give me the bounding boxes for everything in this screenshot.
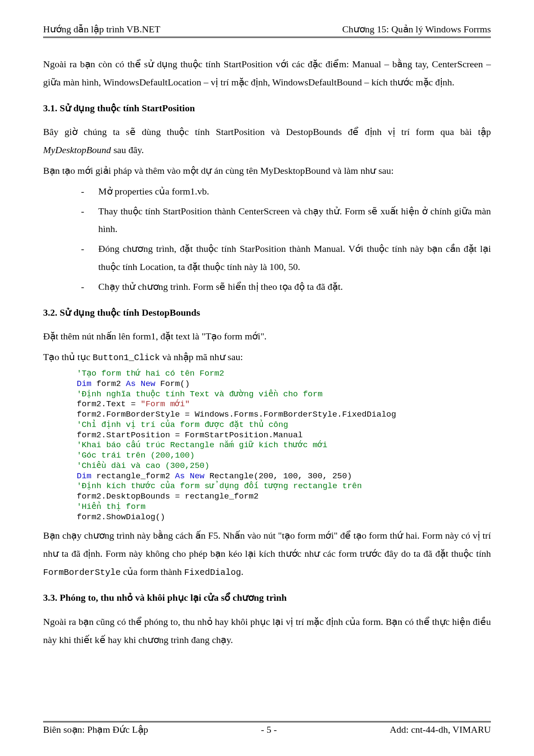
- text: Bạn chạy chương trình này bằng cách ấn F…: [43, 530, 491, 559]
- paragraph-3-1-a: Bây giờ chúng ta sẽ dùng thuộc tính Star…: [43, 123, 491, 159]
- heading-3-3: 3.3. Phóng to, thu nhỏ và khôi phục lại …: [43, 589, 491, 607]
- bullet-list: Mở properties của form1.vb. Thay thuộc t…: [43, 182, 491, 296]
- code-text: form2.StartPosition = FormStartPosition.…: [77, 430, 303, 440]
- text: Bây giờ chúng ta sẽ dùng thuộc tính Star…: [43, 126, 491, 137]
- inline-code: FormBorderStyle: [43, 568, 121, 577]
- text: của form thành: [121, 566, 184, 577]
- code-string: "Form mới": [141, 399, 190, 409]
- code-keyword: As New: [126, 379, 155, 389]
- list-item: Chạy thử chương trình. Form sẽ hiển thị …: [64, 278, 491, 296]
- code-keyword: As New: [175, 471, 204, 481]
- paragraph-3-3-a: Ngoài ra bạn cũng có thể phóng to, thu n…: [43, 613, 491, 649]
- code-comment: 'Định nghĩa thuộc tính Text và đường viề…: [77, 389, 322, 399]
- code-text: form2.ShowDialog(): [77, 512, 165, 522]
- code-comment: 'Góc trái trên (200,100): [77, 451, 195, 460]
- text: sau đây.: [111, 144, 144, 155]
- heading-3-2: 3.2. Sử dụng thuộc tính DestopBounds: [43, 304, 491, 322]
- paragraph-intro: Ngoài ra bạn còn có thể sử dụng thuộc tí…: [43, 55, 491, 91]
- page: Hướng dẫn lập trình VB.NET Chương 15: Qu…: [0, 0, 534, 756]
- text: và nhập mã như sau:: [160, 351, 243, 362]
- code-text: form2.Text =: [77, 399, 141, 409]
- code-text: form2.DesktopBounds = rectangle_form2: [77, 492, 259, 501]
- code-comment: 'Khai báo cấu trúc Rectangle nắm giữ kíc…: [77, 440, 328, 450]
- code-comment: 'Chỉ định vị trí của form được đặt thủ c…: [77, 420, 288, 430]
- list-item: Đóng chương trình, đặt thuộc tính StarPo…: [64, 240, 491, 276]
- footer-right: Add: cnt-44-dh, VIMARU: [390, 724, 491, 735]
- code-text: Form(): [155, 379, 190, 389]
- page-footer: Biên soạn: Phạm Đức Lập - 5 - Add: cnt-4…: [43, 721, 491, 735]
- text: .: [241, 566, 244, 577]
- code-keyword: Dim: [77, 471, 91, 481]
- code-text: rectangle_form2: [91, 471, 175, 481]
- code-comment: 'Hiển thị form: [77, 502, 146, 511]
- code-keyword: Dim: [77, 379, 91, 389]
- page-body: Ngoài ra bạn còn có thể sử dụng thuộc tí…: [43, 55, 491, 649]
- paragraph-3-2-b: Tạo thủ tục Button1_Click và nhập mã như…: [43, 348, 491, 366]
- inline-code: Button1_Click: [93, 353, 160, 363]
- heading-3-1: 3.1. Sử dụng thuộc tính StartPosition: [43, 99, 491, 117]
- code-text: form2: [91, 379, 126, 389]
- page-header: Hướng dẫn lập trình VB.NET Chương 15: Qu…: [43, 24, 491, 38]
- header-right: Chương 15: Quản lý Windows Forrms: [342, 24, 491, 35]
- footer-left: Biên soạn: Phạm Đức Lập: [43, 724, 148, 735]
- paragraph-3-2-c: Bạn chạy chương trình này bằng cách ấn F…: [43, 527, 491, 581]
- paragraph-3-2-a: Đặt thêm nút nhấn lên form1, đặt text là…: [43, 327, 491, 345]
- inline-code: FixedDialog: [184, 568, 241, 577]
- code-text: Rectangle(200, 100, 300, 250): [204, 471, 352, 481]
- code-comment: 'Định kích thước của form sử dụng đối tư…: [77, 481, 362, 491]
- paragraph-3-1-b: Bạn tạo mới giải pháp và thêm vào một dự…: [43, 162, 491, 180]
- header-left: Hướng dẫn lập trình VB.NET: [43, 24, 160, 35]
- italic-text: MyDesktopBound: [43, 144, 111, 155]
- list-item: Thay thuộc tính StartPosition thành Cent…: [64, 202, 491, 238]
- code-comment: 'Tạo form thứ hai có tên Form2: [77, 369, 224, 378]
- code-block: 'Tạo form thứ hai có tên Form2 Dim form2…: [77, 369, 491, 522]
- code-text: form2.FormBorderStyle = Windows.Forms.Fo…: [77, 410, 396, 419]
- list-item: Mở properties của form1.vb.: [64, 182, 491, 201]
- text: Tạo thủ tục: [43, 351, 93, 362]
- footer-center: - 5 -: [261, 724, 277, 735]
- code-comment: 'Chiều dài và cao (300,250): [77, 461, 209, 471]
